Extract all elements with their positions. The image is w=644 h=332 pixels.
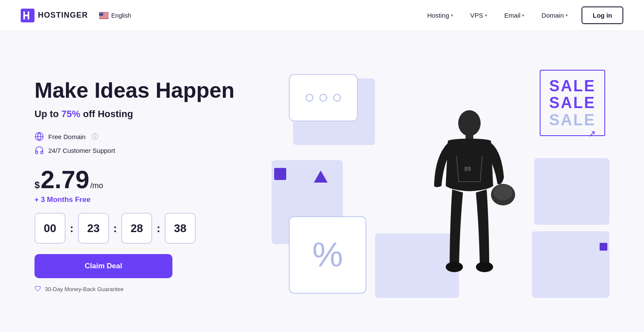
sale-line-2: SALE (549, 94, 596, 112)
svg-point-15 (100, 13, 101, 13)
logo[interactable]: HOSTINGER (21, 9, 88, 22)
bg-shape-mid-right (534, 158, 610, 225)
countdown-seconds: 28 (121, 213, 152, 244)
navbar-left: HOSTINGER (21, 9, 135, 22)
svg-point-12 (101, 12, 102, 12)
countdown-sep-3: : (156, 222, 160, 235)
brand-name: HOSTINGER (38, 11, 88, 20)
percent-symbol: % (312, 238, 343, 272)
svg-rect-5 (99, 16, 109, 16)
sale-line-3: SALE (549, 112, 596, 129)
svg-point-23 (446, 262, 463, 272)
price-dollar: $ (34, 180, 40, 191)
guarantee-notice: 🛡 30-Day Money-Back Guarantee (34, 285, 241, 293)
sale-line-1: SALE (549, 78, 596, 95)
discount-highlight: 75% (61, 109, 80, 119)
hero-right: % SALE SALE SALE ↗ (241, 65, 610, 307)
dot-1 (306, 94, 313, 102)
headset-icon (34, 146, 44, 155)
free-months: + 3 Months Free (34, 195, 241, 204)
logo-icon (21, 9, 34, 22)
shield-icon: 🛡 (34, 285, 41, 293)
svg-rect-7 (99, 18, 109, 18)
purple-triangle (314, 171, 328, 183)
purple-square-2 (600, 243, 607, 251)
svg-point-9 (100, 12, 100, 12)
svg-text:89: 89 (464, 165, 471, 172)
purple-square-1 (274, 168, 286, 180)
svg-point-11 (101, 12, 101, 12)
cursor-icon: ↗ (588, 128, 596, 140)
countdown-timer: 00 : 23 : 28 : 38 (34, 213, 241, 244)
globe-icon (34, 132, 44, 141)
countdown-hours: 00 (34, 213, 66, 244)
svg-point-13 (102, 12, 103, 12)
svg-point-14 (100, 13, 100, 13)
dot-3 (333, 94, 341, 102)
features-list: Free Domain ⓘ 24/7 Customer Support (34, 132, 241, 155)
price-amount: 2.79 (41, 167, 89, 192)
nav-email[interactable]: Email ▾ (497, 8, 531, 22)
svg-point-16 (101, 13, 102, 13)
bg-shape-bot-right (532, 231, 610, 298)
svg-rect-6 (99, 16, 109, 17)
dot-2 (319, 94, 327, 102)
subheadline: Up to 75% off Hosting (34, 109, 241, 120)
info-icon[interactable]: ⓘ (92, 133, 98, 141)
sale-banner: SALE SALE SALE ↗ (540, 70, 605, 137)
nav-domain[interactable]: Domain ▾ (535, 8, 575, 22)
chevron-down-icon: ▾ (522, 13, 524, 18)
hero-person: 89 (396, 91, 543, 307)
nav-hosting[interactable]: Hosting ▾ (420, 8, 460, 22)
login-button[interactable]: Log in (581, 6, 623, 24)
chevron-down-icon: ▾ (485, 13, 487, 18)
chevron-down-icon: ▾ (566, 13, 568, 18)
feature-support: 24/7 Customer Support (34, 146, 241, 155)
svg-point-10 (100, 12, 100, 12)
flag-icon (99, 12, 109, 19)
dots-card (289, 74, 358, 121)
person-illustration: 89 (418, 100, 521, 307)
hero-left: Make Ideas Happen Up to 75% off Hosting … (34, 79, 241, 293)
language-selector[interactable]: English (95, 9, 135, 22)
countdown-sep-1: : (70, 222, 74, 235)
percent-card: % (289, 216, 366, 294)
price-period: /mo (90, 181, 103, 190)
headline: Make Ideas Happen (34, 79, 241, 102)
claim-deal-button[interactable]: Claim Deal (34, 254, 172, 278)
main-content: Make Ideas Happen Up to 75% off Hosting … (0, 31, 644, 332)
feature-domain: Free Domain ⓘ (34, 132, 241, 141)
navbar: HOSTINGER (0, 0, 644, 31)
svg-point-17 (102, 13, 102, 13)
price-display: $ 2.79 /mo (34, 167, 241, 192)
language-label: English (111, 12, 131, 19)
svg-point-24 (476, 262, 493, 272)
svg-point-22 (494, 185, 513, 200)
countdown-minutes: 23 (78, 213, 109, 244)
nav-vps[interactable]: VPS ▾ (463, 8, 494, 22)
countdown-centiseconds: 38 (165, 213, 196, 244)
navbar-right: Hosting ▾ VPS ▾ Email ▾ Domain ▾ Log in (420, 6, 623, 24)
chevron-down-icon: ▾ (451, 13, 453, 18)
svg-point-19 (458, 110, 481, 136)
countdown-sep-2: : (113, 222, 117, 235)
